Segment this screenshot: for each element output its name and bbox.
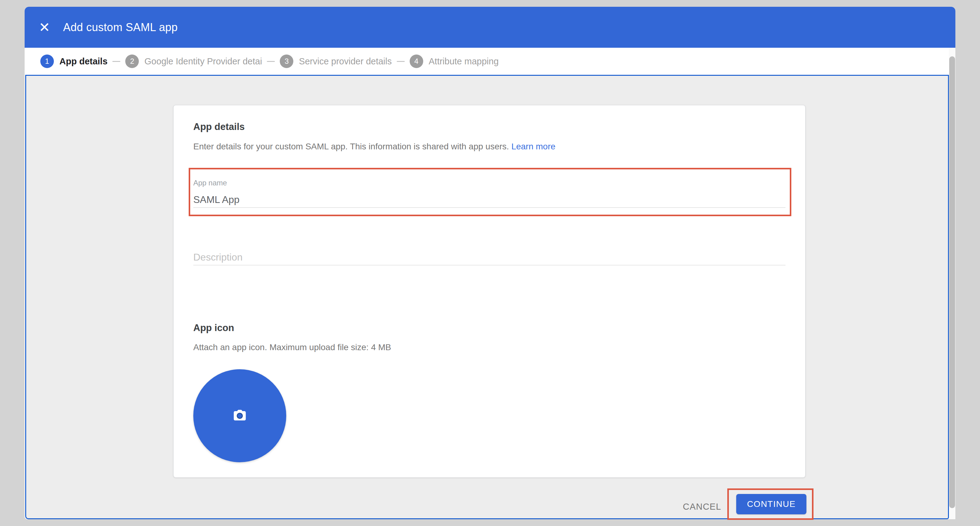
step-label: Google Identity Provider details bbox=[144, 56, 262, 67]
stepper-step-service-provider-details[interactable]: 3 Service provider details bbox=[280, 54, 391, 68]
wizard-stepper: 1 App details 2 Google Identity Provider… bbox=[25, 48, 949, 75]
continue-button[interactable]: CONTINUE bbox=[736, 494, 807, 514]
close-icon[interactable]: ✕ bbox=[39, 21, 50, 34]
step-number-badge: 2 bbox=[125, 54, 139, 68]
card-intro-text: Enter details for your custom SAML app. … bbox=[193, 142, 555, 151]
camera-icon bbox=[232, 407, 248, 424]
wizard-content-area: App details Enter details for your custo… bbox=[25, 75, 949, 519]
step-label: Attribute mapping bbox=[429, 56, 499, 67]
step-separator bbox=[397, 61, 405, 62]
app-name-input[interactable] bbox=[193, 192, 786, 208]
stepper-step-attribute-mapping[interactable]: 4 Attribute mapping bbox=[410, 54, 499, 68]
add-custom-saml-app-dialog: ✕ Add custom SAML app 1 App details 2 Go… bbox=[25, 7, 955, 519]
intro-text: Enter details for your custom SAML app. … bbox=[193, 142, 509, 151]
step-label: Service provider details bbox=[299, 56, 391, 67]
vertical-scrollbar[interactable] bbox=[949, 48, 955, 519]
learn-more-link[interactable]: Learn more bbox=[511, 142, 555, 151]
app-icon-title: App icon bbox=[193, 322, 234, 333]
stepper-step-app-details[interactable]: 1 App details bbox=[40, 54, 107, 68]
step-number-badge: 4 bbox=[410, 54, 423, 68]
stepper-step-google-idp-details[interactable]: 2 Google Identity Provider details bbox=[125, 54, 262, 68]
step-number-badge: 1 bbox=[40, 54, 54, 68]
scrollbar-thumb[interactable] bbox=[949, 56, 955, 508]
app-icon-hint: Attach an app icon. Maximum upload file … bbox=[193, 343, 391, 352]
dialog-header: ✕ Add custom SAML app bbox=[25, 7, 955, 48]
app-icon-upload-button[interactable] bbox=[193, 369, 286, 462]
step-separator bbox=[267, 61, 275, 62]
app-details-card: App details Enter details for your custo… bbox=[173, 105, 805, 478]
dialog-title: Add custom SAML app bbox=[63, 21, 178, 34]
app-name-label: App name bbox=[193, 179, 227, 187]
cancel-button[interactable]: CANCEL bbox=[668, 497, 736, 516]
step-separator bbox=[112, 61, 120, 62]
description-input[interactable] bbox=[193, 249, 786, 265]
card-title: App details bbox=[193, 121, 245, 132]
step-label: App details bbox=[59, 56, 107, 67]
step-number-badge: 3 bbox=[280, 54, 293, 68]
